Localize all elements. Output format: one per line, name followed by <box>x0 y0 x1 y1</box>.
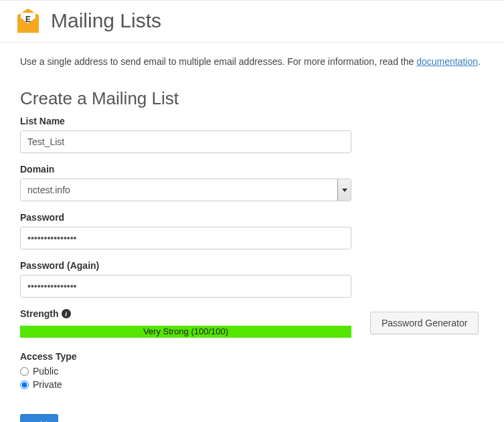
domain-select-value: nctest.info <box>21 179 337 201</box>
password-input[interactable] <box>20 227 351 249</box>
strength-label-text: Strength <box>20 308 59 319</box>
documentation-link[interactable]: documentation <box>416 56 478 67</box>
intro-text-after: . <box>478 56 481 67</box>
password-label: Password <box>20 212 484 223</box>
list-name-input[interactable] <box>20 130 351 153</box>
intro-text-before: Use a single address to send email to mu… <box>20 56 416 67</box>
add-button[interactable]: Add <box>20 414 58 422</box>
access-private-radio[interactable] <box>20 381 29 389</box>
mailing-lists-icon: E <box>13 6 43 35</box>
list-name-label: List Name <box>20 116 484 126</box>
page-title: Mailing Lists <box>51 9 161 33</box>
chevron-down-icon <box>337 179 351 201</box>
domain-select[interactable]: nctest.info <box>20 179 351 201</box>
password-again-input[interactable] <box>20 275 351 298</box>
password-generator-button[interactable]: Password Generator <box>370 312 479 334</box>
strength-bar: Very Strong (100/100) <box>20 326 351 338</box>
section-title: Create a Mailing List <box>20 88 484 109</box>
svg-marker-5 <box>342 189 347 192</box>
password-again-label: Password (Again) <box>20 260 484 271</box>
access-private-label: Private <box>33 379 62 390</box>
svg-text:E: E <box>25 15 31 24</box>
domain-label: Domain <box>20 164 484 175</box>
access-type-label: Access Type <box>20 351 484 362</box>
access-public-label: Public <box>33 366 58 377</box>
info-icon[interactable]: i <box>62 309 71 318</box>
strength-label: Strength i <box>20 308 351 319</box>
access-public-radio[interactable] <box>20 367 29 376</box>
intro-text: Use a single address to send email to mu… <box>20 56 484 67</box>
page-header: E Mailing Lists <box>0 0 504 43</box>
